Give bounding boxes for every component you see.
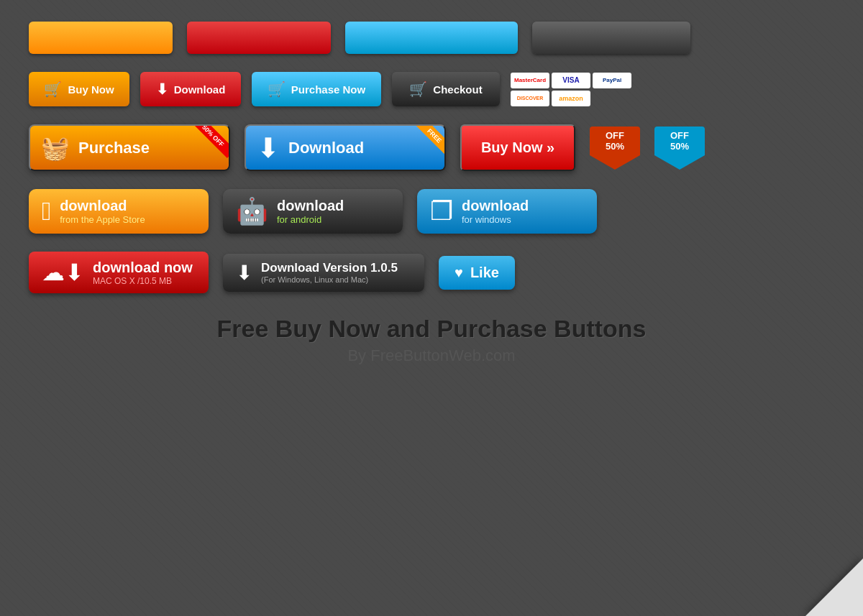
page-curl — [805, 558, 863, 616]
android-store-text: download for android — [277, 198, 344, 225]
download-large-button[interactable]: ⬇ Download FREE — [245, 124, 446, 171]
download-version-sub: (For Windows, Linux and Mac) — [261, 275, 398, 284]
android-store-button[interactable]: 🤖 download for android — [223, 189, 403, 234]
store-buttons-row:  download from the Apple Store 🤖 downlo… — [29, 189, 834, 234]
windows-store-sub: for windows — [462, 214, 529, 225]
checkout-button[interactable]: 🛒 Checkout — [392, 72, 500, 106]
off-corner-badge: 50% OFF — [189, 126, 229, 165]
purchase-now-label: Purchase Now — [291, 83, 365, 96]
android-download-label: download — [277, 198, 344, 214]
like-button[interactable]: ♥ Like — [439, 256, 515, 290]
payment-icons-group: MasterCard VISA PayPal DISCOVER amazon — [511, 73, 631, 106]
apple-store-text: download from the Apple Store — [60, 198, 145, 225]
curl-triangle — [805, 558, 863, 616]
windows-download-label: download — [462, 198, 529, 214]
cart-icon: 🛒 — [268, 81, 286, 98]
footer-title: Free Buy Now and Purchase Buttons — [29, 315, 834, 343]
dark-bar[interactable] — [532, 22, 690, 54]
download-now-text: download now MAC OS X /10.5 MB — [93, 259, 193, 286]
download-version-label: Download Version 1.0.5 — [261, 261, 398, 275]
windows-icon: ❐ — [430, 196, 453, 226]
checkout-label: Checkout — [433, 83, 482, 96]
windows-store-text: download for windows — [462, 198, 529, 225]
heart-icon: ♥ — [455, 265, 463, 281]
off-badge-top-blue: OFF 50% — [654, 127, 705, 155]
visa-icon: VISA — [552, 73, 590, 88]
android-icon: 🤖 — [236, 196, 268, 226]
basket-large-icon: 🧺 — [41, 134, 70, 162]
purchase-now-button[interactable]: 🛒 Purchase Now — [252, 72, 381, 106]
more-download-row: ☁⬇ download now MAC OS X /10.5 MB ⬇ Down… — [29, 252, 834, 293]
like-label: Like — [470, 265, 499, 281]
basket-icon: 🛒 — [44, 81, 62, 98]
footer-subtitle: By FreeButtonWeb.com — [29, 346, 834, 365]
blue-bar[interactable] — [345, 22, 518, 54]
footer: Free Buy Now and Purchase Buttons By Fre… — [29, 315, 834, 365]
off-percent-blue: 50% — [654, 141, 705, 152]
download-now-button[interactable]: ☁⬇ download now MAC OS X /10.5 MB — [29, 252, 209, 293]
buy-now-red-button[interactable]: Buy Now — [460, 124, 575, 171]
cloud-download-icon: ☁⬇ — [42, 259, 84, 286]
off-label-red: OFF — [590, 130, 640, 141]
download-large-label: Download — [288, 139, 364, 157]
mastercard-icon: MasterCard — [511, 73, 549, 88]
off-label-blue: OFF — [654, 130, 705, 141]
download-arrow-icon: ⬇ — [156, 81, 168, 98]
apple-download-label: download — [60, 198, 145, 214]
off-badge-arrow-blue — [654, 155, 705, 170]
free-badge-text: FREE — [416, 126, 444, 154]
download-circle-icon: ⬇ — [257, 132, 280, 164]
apple-icon:  — [42, 196, 51, 226]
paypal-icon: PayPal — [593, 73, 631, 88]
windows-store-button[interactable]: ❐ download for windows — [417, 189, 597, 234]
free-corner-badge: FREE — [405, 126, 444, 165]
off-badge-red[interactable]: OFF 50% — [590, 127, 640, 170]
download-label: Download — [174, 83, 226, 96]
download-version-button[interactable]: ⬇ Download Version 1.0.5 (For Windows, L… — [223, 254, 424, 292]
purchase-large-label: Purchase — [78, 139, 150, 157]
purchase-large-button[interactable]: 🧺 Purchase 50% OFF — [29, 124, 230, 171]
download-version-text: Download Version 1.0.5 (For Windows, Lin… — [261, 261, 398, 284]
android-store-sub: for android — [277, 214, 344, 225]
plain-bars-row — [29, 22, 834, 54]
apple-store-button[interactable]:  download from the Apple Store — [29, 189, 209, 234]
orange-bar[interactable] — [29, 22, 173, 54]
red-bar[interactable] — [187, 22, 331, 54]
off-badge-top-red: OFF 50% — [590, 127, 640, 155]
amazon-icon: amazon — [552, 91, 590, 106]
discover-icon: DISCOVER — [511, 91, 549, 106]
download-now-label: download now — [93, 259, 193, 276]
checkout-cart-icon: 🛒 — [409, 81, 427, 98]
large-buttons-row: 🧺 Purchase 50% OFF ⬇ Download FREE Buy N… — [29, 124, 834, 171]
off-badge-text: 50% OFF — [191, 126, 229, 158]
icon-buttons-row: 🛒 Buy Now ⬇ Download 🛒 Purchase Now 🛒 Ch… — [29, 72, 834, 106]
download-button[interactable]: ⬇ Download — [140, 72, 241, 106]
buy-now-label: Buy Now — [68, 83, 114, 96]
buy-now-button[interactable]: 🛒 Buy Now — [29, 72, 129, 106]
off-percent-red: 50% — [590, 141, 640, 152]
off-badge-blue[interactable]: OFF 50% — [654, 127, 705, 170]
off-badge-arrow-red — [590, 155, 640, 170]
download-version-icon: ⬇ — [236, 261, 252, 285]
download-now-sub: MAC OS X /10.5 MB — [93, 276, 193, 286]
apple-store-sub: from the Apple Store — [60, 214, 145, 225]
buy-now-red-label: Buy Now — [481, 139, 554, 156]
